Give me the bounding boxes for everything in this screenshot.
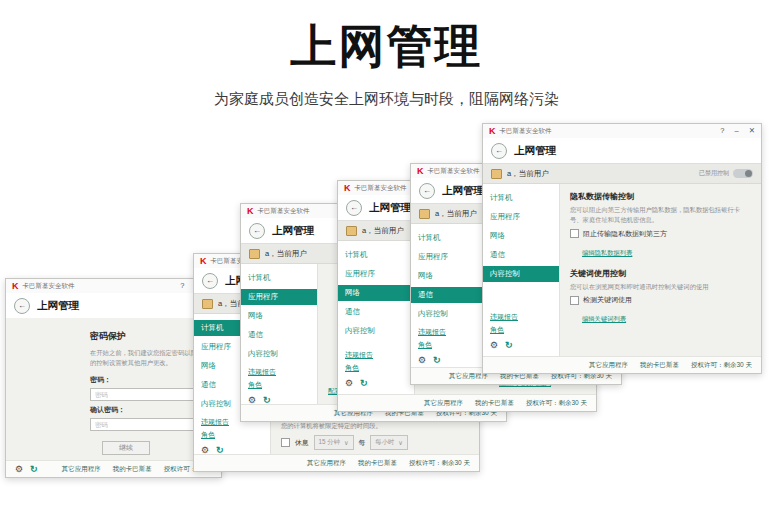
window-controls: ? – ✕: [720, 127, 755, 135]
sidebar-item-content-control[interactable]: 内容控制: [483, 266, 559, 282]
license-status: 授权许可：剩余30 天: [691, 361, 752, 370]
roles-link[interactable]: 角色: [338, 361, 414, 374]
titlebar: K 卡巴斯基安全软件 ? – ✕: [483, 124, 761, 138]
violation-report-link[interactable]: 违规报告: [483, 310, 559, 323]
control-toggle-label: 已禁用控制: [699, 169, 729, 178]
sidebar-item-communication[interactable]: 通信: [483, 247, 559, 263]
control-toggle[interactable]: [733, 169, 753, 178]
user-folder-icon: [346, 226, 357, 236]
support-icon[interactable]: ↻: [433, 356, 441, 365]
break-settings-row: 休息 15 分钟 ∨ 每 每小时 ∨: [281, 435, 469, 450]
sidebar-item-network[interactable]: 网络: [483, 228, 559, 244]
violation-report-link[interactable]: 违规报告: [338, 348, 414, 361]
settings-icon[interactable]: ⚙: [490, 341, 498, 350]
kaspersky-logo-icon: K: [489, 127, 496, 136]
window-body: 计算机 应用程序 网络 通信 内容控制 违规报告 角色 ⚙ ↻ 隐私数据传输控制…: [483, 184, 761, 356]
back-button[interactable]: ←: [249, 223, 265, 239]
user-name: a，当前用户: [435, 209, 477, 219]
sidebar-item-network[interactable]: 网络: [411, 268, 487, 284]
sidebar-item-computer[interactable]: 计算机: [483, 190, 559, 206]
edit-private-data-list-link[interactable]: 编辑隐私数据列表: [582, 249, 632, 258]
window-heading: 上网管理: [37, 299, 79, 313]
violation-report-link[interactable]: 违规报告: [411, 325, 487, 338]
sidebar-item-applications[interactable]: 应用程序: [241, 289, 317, 305]
sidebar-item-communication[interactable]: 通信: [411, 287, 487, 303]
sidebar-icons: ⚙ ↻: [483, 336, 559, 352]
minimize-button[interactable]: –: [735, 127, 739, 135]
back-button[interactable]: ←: [202, 273, 218, 289]
support-icon[interactable]: ↻: [505, 341, 513, 350]
privacy-section-heading: 隐私数据传输控制: [570, 191, 751, 202]
sidebar-icons: ⚙ ↻: [194, 441, 270, 457]
settings-icon[interactable]: ⚙: [248, 396, 256, 405]
sidebar-spacer: [483, 285, 559, 310]
continue-button[interactable]: 继续: [102, 441, 150, 455]
page-subtitle: 为家庭成员创造安全上网环境与时段，阻隔网络污染: [0, 90, 773, 109]
other-apps-link[interactable]: 其它应用程序: [62, 465, 101, 474]
page-title: 上网管理: [0, 16, 773, 78]
privacy-checkbox-row: 阻止传输隐私数据到第三方: [570, 229, 751, 239]
sidebar-item-content-control[interactable]: 内容控制: [338, 323, 414, 339]
privacy-section-description: 您可以阻止向第三方传输用户隐私数据，隐私数据包括银行卡号、家庭住址和其他机密信息…: [570, 205, 751, 225]
keyword-section-description: 您可以在浏览网页和即时通讯时控制关键词的使用: [570, 282, 751, 292]
sidebar: 计算机 应用程序 网络 通信 内容控制 违规报告 角色 ⚙ ↻: [411, 224, 488, 367]
settings-icon[interactable]: ⚙: [15, 465, 23, 474]
other-apps-link[interactable]: 其它应用程序: [307, 459, 346, 468]
back-button[interactable]: ←: [14, 298, 30, 314]
break-duration-value: 15 分钟: [319, 438, 340, 447]
roles-link[interactable]: 角色: [411, 338, 487, 351]
every-label: 每: [359, 438, 366, 448]
sidebar-item-computer[interactable]: 计算机: [411, 230, 487, 246]
break-checkbox-label: 休息: [295, 438, 309, 448]
block-private-data-checkbox[interactable]: [570, 229, 579, 238]
close-button[interactable]: ✕: [749, 127, 755, 135]
window-footer: 其它应用程序 我的卡巴斯基 授权许可：剩余30 天: [483, 356, 761, 373]
sidebar-item-applications[interactable]: 应用程序: [338, 266, 414, 282]
back-button[interactable]: ←: [491, 143, 507, 159]
sidebar-icons: ⚙ ↻: [241, 391, 317, 407]
support-icon[interactable]: ↻: [30, 465, 38, 474]
back-button[interactable]: ←: [419, 183, 435, 199]
help-button[interactable]: ?: [720, 127, 724, 135]
sidebar-item-network[interactable]: 网络: [241, 308, 317, 324]
back-button[interactable]: ←: [346, 200, 362, 216]
support-icon[interactable]: ↻: [263, 396, 271, 405]
my-kaspersky-link[interactable]: 我的卡巴斯基: [358, 459, 397, 468]
sidebar-item-content-control[interactable]: 内容控制: [241, 346, 317, 362]
violation-report-link[interactable]: 违规报告: [241, 365, 317, 378]
roles-link[interactable]: 角色: [483, 323, 559, 336]
break-duration-select[interactable]: 15 分钟 ∨: [314, 435, 354, 450]
break-checkbox[interactable]: [281, 438, 290, 447]
sidebar-item-applications[interactable]: 应用程序: [411, 249, 487, 265]
sidebar-item-network[interactable]: 网络: [338, 285, 414, 301]
kaspersky-logo-icon: K: [417, 167, 424, 176]
my-kaspersky-link[interactable]: 我的卡巴斯基: [113, 465, 152, 474]
help-button[interactable]: ?: [180, 282, 184, 290]
other-apps-link[interactable]: 其它应用程序: [424, 399, 463, 408]
window-heading: 上网管理: [442, 184, 484, 198]
my-kaspersky-link[interactable]: 我的卡巴斯基: [475, 399, 514, 408]
sidebar-item-computer[interactable]: 计算机: [241, 270, 317, 286]
edit-keyword-list-link[interactable]: 编辑关键词列表: [582, 315, 626, 324]
my-kaspersky-link[interactable]: 我的卡巴斯基: [640, 361, 679, 370]
sidebar-item-computer[interactable]: 计算机: [338, 247, 414, 263]
sidebar-item-communication[interactable]: 通信: [241, 327, 317, 343]
license-status: 授权许可：剩余30 天: [409, 459, 470, 468]
sidebar-item-applications[interactable]: 应用程序: [483, 209, 559, 225]
keyword-checkbox-row: 检测关键词使用: [570, 295, 751, 305]
roles-link[interactable]: 角色: [194, 428, 270, 441]
break-interval-select[interactable]: 每小时 ∨: [370, 435, 408, 450]
support-icon[interactable]: ↻: [216, 446, 224, 455]
settings-icon[interactable]: ⚙: [201, 446, 209, 455]
settings-icon[interactable]: ⚙: [418, 356, 426, 365]
sidebar-item-content-control[interactable]: 内容控制: [411, 306, 487, 322]
settings-icon[interactable]: ⚙: [345, 379, 353, 388]
titlebar: K 卡巴斯基安全软件 ? – ✕: [6, 279, 221, 293]
detect-keywords-checkbox[interactable]: [570, 296, 579, 305]
other-apps-link[interactable]: 其它应用程序: [589, 361, 628, 370]
control-toggle-group: 已禁用控制: [699, 169, 753, 178]
user-name: a，当前用户: [362, 226, 404, 236]
support-icon[interactable]: ↻: [360, 379, 368, 388]
sidebar-item-communication[interactable]: 通信: [338, 304, 414, 320]
roles-link[interactable]: 角色: [241, 378, 317, 391]
